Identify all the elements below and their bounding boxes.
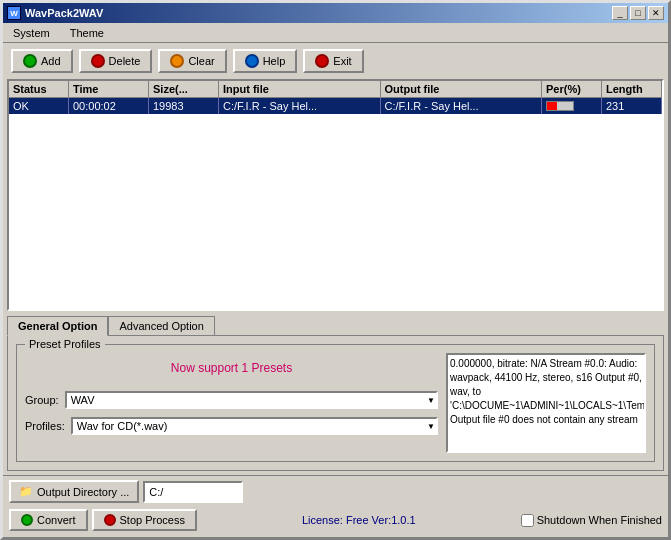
cell-time: 00:00:02 bbox=[69, 98, 149, 114]
tab-advanced[interactable]: Advanced Option bbox=[108, 316, 214, 336]
clear-icon bbox=[170, 54, 184, 68]
group-select[interactable]: WAV bbox=[65, 391, 438, 409]
output-dir-label: Output Directory ... bbox=[37, 486, 129, 498]
file-list: Status Time Size(... Input file Output f… bbox=[7, 79, 664, 311]
maximize-button[interactable]: □ bbox=[630, 6, 646, 20]
cell-size: 19983 bbox=[149, 98, 219, 114]
title-controls: _ □ ✕ bbox=[612, 6, 664, 20]
close-button[interactable]: ✕ bbox=[648, 6, 664, 20]
table-body: OK 00:00:02 19983 C:/F.I.R - Say Hel... … bbox=[9, 98, 662, 309]
preset-left: Now support 1 Presets Group: WAV Profile… bbox=[25, 353, 438, 453]
progress-fill bbox=[547, 102, 557, 110]
exit-icon bbox=[315, 54, 329, 68]
action-bar: Convert Stop Process License: Free Ver:1… bbox=[3, 507, 668, 537]
col-status: Status bbox=[9, 81, 69, 97]
table-row[interactable]: OK 00:00:02 19983 C:/F.I.R - Say Hel... … bbox=[9, 98, 662, 114]
exit-button[interactable]: Exit bbox=[303, 49, 363, 73]
convert-button[interactable]: Convert bbox=[9, 509, 88, 531]
col-per: Per(%) bbox=[542, 81, 602, 97]
tab-content: Preset Profiles Now support 1 Presets Gr… bbox=[7, 335, 664, 471]
shutdown-label: Shutdown When Finished bbox=[537, 514, 662, 526]
menu-bar: System Theme bbox=[3, 23, 668, 43]
preset-support-text: Now support 1 Presets bbox=[25, 353, 438, 383]
tab-general[interactable]: General Option bbox=[7, 316, 108, 336]
shutdown-row: Shutdown When Finished bbox=[521, 514, 662, 527]
delete-button[interactable]: Delete bbox=[79, 49, 153, 73]
tabs-container: General Option Advanced Option Preset Pr… bbox=[7, 315, 664, 471]
group-select-wrapper: WAV bbox=[65, 391, 438, 409]
main-window: W WavPack2WAV _ □ ✕ System Theme Add Del… bbox=[0, 0, 671, 540]
preset-content: Now support 1 Presets Group: WAV Profile… bbox=[25, 353, 646, 453]
app-icon: W bbox=[7, 6, 21, 20]
window-title: WavPack2WAV bbox=[25, 7, 103, 19]
output-dir-button[interactable]: 📁 Output Directory ... bbox=[9, 480, 139, 503]
preset-legend: Preset Profiles bbox=[25, 338, 105, 350]
toolbar: Add Delete Clear Help Exit bbox=[3, 43, 668, 79]
help-icon bbox=[245, 54, 259, 68]
convert-icon bbox=[21, 514, 33, 526]
clear-button[interactable]: Clear bbox=[158, 49, 226, 73]
stop-button[interactable]: Stop Process bbox=[92, 509, 197, 531]
add-icon bbox=[23, 54, 37, 68]
profiles-select-wrapper: Wav for CD(*.wav) bbox=[71, 417, 438, 435]
progress-bar bbox=[546, 101, 574, 111]
tabs-row: General Option Advanced Option bbox=[7, 315, 664, 335]
menu-theme[interactable]: Theme bbox=[64, 25, 110, 41]
profiles-label: Profiles: bbox=[25, 420, 65, 432]
output-dir-input[interactable] bbox=[143, 481, 243, 503]
add-button[interactable]: Add bbox=[11, 49, 73, 73]
folder-icon: 📁 bbox=[19, 485, 33, 498]
col-output: Output file bbox=[381, 81, 543, 97]
help-button[interactable]: Help bbox=[233, 49, 298, 73]
profiles-select[interactable]: Wav for CD(*.wav) bbox=[71, 417, 438, 435]
delete-icon bbox=[91, 54, 105, 68]
table-header: Status Time Size(... Input file Output f… bbox=[9, 81, 662, 98]
group-row: Group: WAV bbox=[25, 391, 438, 409]
cell-status: OK bbox=[9, 98, 69, 114]
cell-input: C:/F.I.R - Say Hel... bbox=[219, 98, 381, 114]
shutdown-checkbox[interactable] bbox=[521, 514, 534, 527]
cell-per bbox=[542, 98, 602, 114]
menu-system[interactable]: System bbox=[7, 25, 56, 41]
col-size: Size(... bbox=[149, 81, 219, 97]
title-bar: W WavPack2WAV _ □ ✕ bbox=[3, 3, 668, 23]
group-label: Group: bbox=[25, 394, 59, 406]
preset-profiles-box: Preset Profiles Now support 1 Presets Gr… bbox=[16, 344, 655, 462]
cell-length: 231 bbox=[602, 98, 662, 114]
col-time: Time bbox=[69, 81, 149, 97]
col-length: Length bbox=[602, 81, 662, 97]
profiles-row: Profiles: Wav for CD(*.wav) bbox=[25, 417, 438, 435]
output-dir-bar: 📁 Output Directory ... bbox=[3, 475, 668, 507]
minimize-button[interactable]: _ bbox=[612, 6, 628, 20]
output-log: 0.000000, bitrate: N/A Stream #0.0: Audi… bbox=[446, 353, 646, 453]
title-bar-content: W WavPack2WAV bbox=[7, 6, 103, 20]
col-input: Input file bbox=[219, 81, 381, 97]
license-text: License: Free Ver:1.0.1 bbox=[201, 514, 517, 526]
stop-icon bbox=[104, 514, 116, 526]
cell-output: C:/F.I.R - Say Hel... bbox=[381, 98, 543, 114]
